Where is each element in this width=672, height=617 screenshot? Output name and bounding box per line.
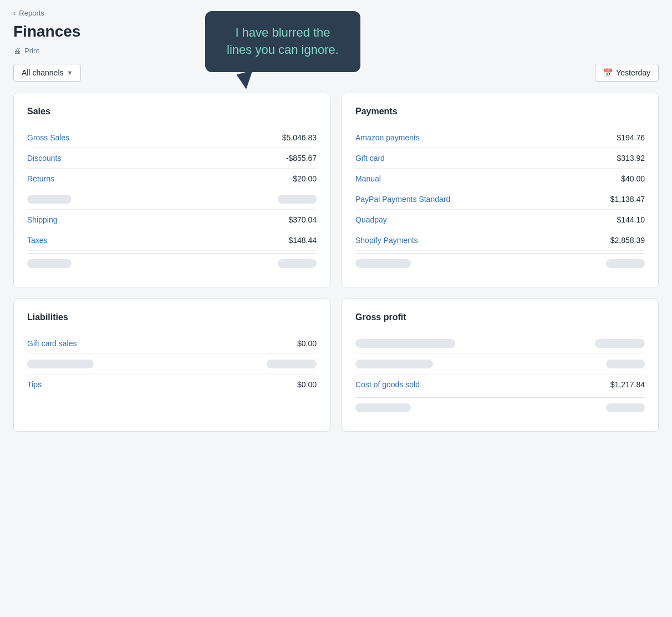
- list-item: Amazon payments $194.76: [355, 128, 645, 148]
- blurred-gp-value-1: [595, 339, 645, 348]
- blurred-liabilities-value: [267, 360, 317, 368]
- blurred-value: [278, 195, 317, 204]
- tips-value: $0.00: [297, 380, 317, 389]
- date-button[interactable]: 📅 Yesterday: [595, 64, 659, 82]
- liabilities-card-title: Liabilities: [27, 312, 317, 322]
- blurred-gp-label-2: [355, 360, 433, 368]
- blurred-liabilities-row: [27, 354, 317, 375]
- paypal-link[interactable]: PayPal Payments Standard: [355, 195, 450, 204]
- blurred-gp-total-value: [606, 403, 645, 412]
- payments-card-title: Payments: [355, 107, 645, 117]
- gross-profit-card-title: Gross profit: [355, 312, 645, 322]
- blurred-total-row: [27, 253, 317, 274]
- gift-card-value: $313.92: [617, 154, 645, 163]
- gross-sales-value: $5,046.83: [282, 133, 317, 142]
- discounts-value: -$855.67: [286, 154, 317, 163]
- list-item: Gift card $313.92: [355, 148, 645, 169]
- list-item: Gross Sales $5,046.83: [27, 128, 317, 148]
- blurred-gp-total-label: [355, 403, 411, 412]
- list-item: Taxes $148.44: [27, 230, 317, 251]
- chevron-down-icon: ▼: [67, 69, 73, 76]
- list-item: Returns -$20.00: [27, 169, 317, 189]
- tooltip-text: I have blurred the lines you can ignore.: [227, 26, 339, 57]
- tooltip-bubble: I have blurred the lines you can ignore.: [205, 11, 360, 72]
- gross-profit-card: Gross profit Cost of goods sold $1,217.8…: [342, 299, 659, 432]
- gift-card-link[interactable]: Gift card: [355, 154, 385, 163]
- manual-link[interactable]: Manual: [355, 174, 381, 183]
- manual-value: $40.00: [621, 174, 645, 183]
- quadpay-value: $144.10: [617, 215, 645, 224]
- shopify-payments-link[interactable]: Shopify Payments: [355, 236, 418, 245]
- list-item: Tips $0.00: [27, 375, 317, 395]
- blurred-net-sales-row: [27, 189, 317, 210]
- payments-card: Payments Amazon payments $194.76 Gift ca…: [342, 93, 659, 287]
- list-item: Gift card sales $0.00: [27, 333, 317, 354]
- amazon-payments-link[interactable]: Amazon payments: [355, 133, 420, 142]
- blurred-gp-row-2: [355, 354, 645, 375]
- discounts-link[interactable]: Discounts: [27, 154, 61, 163]
- gift-card-sales-value: $0.00: [297, 339, 317, 348]
- blurred-total-payments-row: [355, 253, 645, 274]
- list-item: Shopify Payments $2,858.39: [355, 230, 645, 251]
- list-item: Cost of goods sold $1,217.84: [355, 375, 645, 395]
- gross-sales-link[interactable]: Gross Sales: [27, 133, 69, 142]
- shipping-link[interactable]: Shipping: [27, 215, 58, 224]
- blurred-gp-row-1: [355, 333, 645, 354]
- list-item: Discounts -$855.67: [27, 148, 317, 169]
- channels-button[interactable]: All channels ▼: [13, 64, 81, 82]
- blurred-gp-value-2: [606, 360, 645, 368]
- blurred-total-value: [278, 259, 317, 268]
- quadpay-link[interactable]: Quadpay: [355, 215, 387, 224]
- paypal-value: $1,138.47: [610, 195, 645, 204]
- cogs-link[interactable]: Cost of goods sold: [355, 380, 420, 389]
- main-grid: Sales Gross Sales $5,046.83 Discounts -$…: [0, 93, 672, 445]
- blurred-liabilities-label: [27, 360, 94, 368]
- list-item: PayPal Payments Standard $1,138.47: [355, 189, 645, 210]
- returns-value: -$20.00: [291, 174, 317, 183]
- taxes-value: $148.44: [288, 236, 317, 245]
- list-item: Shipping $370.04: [27, 210, 317, 230]
- sales-card-title: Sales: [27, 107, 317, 117]
- liabilities-card: Liabilities Gift card sales $0.00 Tips $…: [13, 299, 330, 432]
- taxes-link[interactable]: Taxes: [27, 236, 48, 245]
- shipping-value: $370.04: [288, 215, 317, 224]
- blurred-label: [27, 195, 72, 204]
- gift-card-sales-link[interactable]: Gift card sales: [27, 339, 77, 348]
- blurred-total-label: [27, 259, 72, 268]
- page: ‹ Reports Finances 🖨 Print All channels …: [0, 0, 672, 617]
- blurred-gp-total-row: [355, 397, 645, 418]
- tips-link[interactable]: Tips: [27, 380, 42, 389]
- list-item: Manual $40.00: [355, 169, 645, 189]
- blurred-gp-label-1: [355, 339, 455, 348]
- cogs-value: $1,217.84: [610, 380, 645, 389]
- breadcrumb-arrow: ‹: [13, 9, 16, 17]
- date-label: Yesterday: [616, 68, 650, 77]
- calendar-icon: 📅: [603, 68, 613, 77]
- amazon-payments-value: $194.76: [617, 133, 645, 142]
- shopify-payments-value: $2,858.39: [610, 236, 645, 245]
- list-item: Quadpay $144.10: [355, 210, 645, 230]
- printer-icon: 🖨: [13, 46, 21, 55]
- returns-link[interactable]: Returns: [27, 174, 54, 183]
- print-label: Print: [24, 47, 39, 55]
- blurred-total-payments-value: [606, 259, 645, 268]
- channels-label: All channels: [22, 68, 64, 77]
- blurred-total-payments-label: [355, 259, 411, 268]
- sales-card: Sales Gross Sales $5,046.83 Discounts -$…: [13, 93, 330, 287]
- breadcrumb-label: Reports: [19, 9, 44, 17]
